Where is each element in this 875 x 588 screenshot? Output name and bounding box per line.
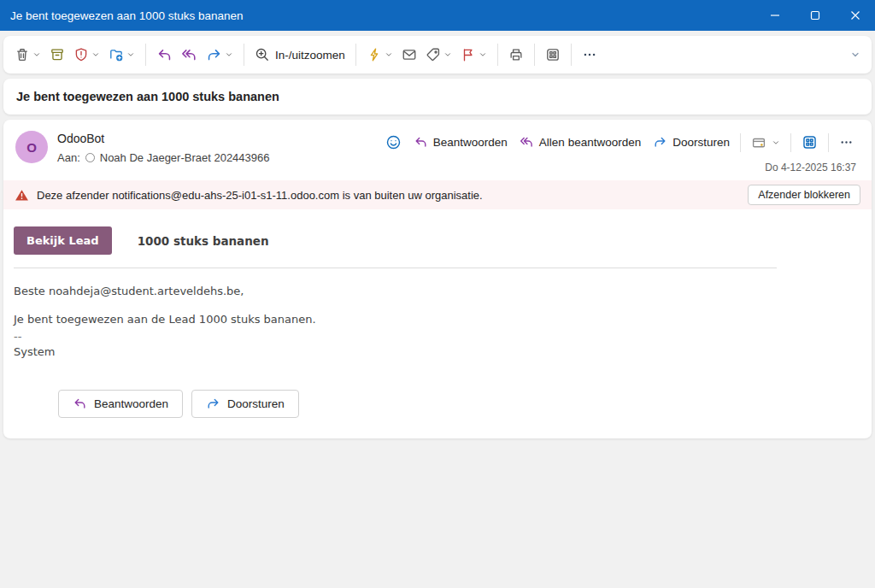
trash-icon <box>15 47 30 62</box>
toolbar-overflow-button[interactable] <box>846 40 865 69</box>
close-icon <box>850 10 860 21</box>
forward-message-button[interactable]: Doorsturen <box>647 132 736 153</box>
apps-button[interactable] <box>541 40 565 69</box>
forward-icon <box>206 47 222 63</box>
message-card: O OdooBot Aan: Noah De Jaeger-Braet 2024… <box>3 120 872 438</box>
zoom-button-label: In-/uitzoomen <box>275 49 345 62</box>
more-message-options-button[interactable] <box>833 132 860 153</box>
window-titlebar: Je bent toegewezen aan 1000 stuks banane… <box>0 0 875 31</box>
subject-text: Je bent toegewezen aan 1000 stuks banane… <box>16 90 279 103</box>
recipient-line: Aan: Noah De Jaeger-Braet 202443966 <box>57 151 379 164</box>
toolbar-separator <box>571 44 572 66</box>
delete-button[interactable] <box>10 40 45 69</box>
reactions-button[interactable] <box>379 131 408 154</box>
mail-toolbar: In-/uitzoomen <box>3 36 872 74</box>
mark-unread-button[interactable] <box>397 40 421 69</box>
header-separator <box>828 133 829 152</box>
recipient-name[interactable]: Noah De Jaeger-Braet 202443966 <box>100 151 270 164</box>
to-label: Aan: <box>57 151 80 164</box>
greeting-text: Beste noahdeja@student.arteveldehs.be, <box>14 285 861 298</box>
header-separator <box>740 133 741 152</box>
report-button[interactable] <box>69 40 104 69</box>
signature-text: System <box>14 345 861 359</box>
quick-reply-row: Beantwoorden Doorsturen <box>58 390 861 418</box>
maximize-icon <box>810 10 820 21</box>
signature-separator: -- <box>14 330 861 344</box>
toolbar-separator <box>244 44 244 66</box>
chevron-down-icon <box>225 50 233 59</box>
minimize-button[interactable] <box>755 0 795 31</box>
reply-label: Beantwoorden <box>433 136 508 149</box>
reply-button[interactable] <box>152 40 177 69</box>
avatar-initial: O <box>26 140 37 155</box>
quick-forward-label: Doorsturen <box>227 397 285 410</box>
chevron-down-icon <box>91 50 100 59</box>
close-button[interactable] <box>835 0 875 31</box>
quick-steps-button[interactable] <box>362 40 397 69</box>
view-lead-button[interactable]: Bekijk Lead <box>14 226 112 255</box>
reply-all-message-button[interactable]: Allen beantwoorden <box>514 132 647 153</box>
reply-icon <box>73 397 87 411</box>
warning-text: Deze afzender notifications@edu-ahs-25-i… <box>37 189 740 202</box>
tag-icon <box>426 47 441 62</box>
reading-pane-button[interactable] <box>745 132 786 154</box>
print-button[interactable] <box>504 40 528 69</box>
presence-circle-icon <box>85 153 95 162</box>
sender-block: OdooBot Aan: Noah De Jaeger-Braet 202443… <box>57 131 379 173</box>
zoom-button[interactable]: In-/uitzoomen <box>250 40 349 69</box>
block-sender-button[interactable]: Afzender blokkeren <box>748 185 860 205</box>
forward-icon <box>206 397 220 411</box>
archive-button[interactable] <box>45 40 69 69</box>
toolbar-separator <box>534 44 535 66</box>
ellipsis-icon <box>839 135 854 150</box>
reply-icon <box>414 135 428 150</box>
subject-bar: Je bent toegewezen aan 1000 stuks banane… <box>3 79 872 115</box>
header-separator <box>790 133 791 152</box>
chevron-down-icon <box>126 50 135 59</box>
body-text: Je bent toegewezen aan de Lead 1000 stuk… <box>14 313 861 326</box>
toolbar-separator <box>355 44 356 66</box>
message-date: Do 4-12-2025 16:37 <box>765 162 860 173</box>
flag-button[interactable] <box>456 40 491 69</box>
apps-grid-icon <box>802 134 818 150</box>
external-sender-banner: Deze afzender notifications@edu-ahs-25-i… <box>3 180 872 209</box>
forward-button[interactable] <box>202 40 238 69</box>
toolbar-separator <box>145 44 146 66</box>
reply-all-icon <box>520 135 534 150</box>
chevron-down-icon <box>850 50 860 60</box>
reply-all-button[interactable] <box>177 40 202 69</box>
categorize-button[interactable] <box>421 40 456 69</box>
message-actions: Beantwoorden Allen beantwoorden Doorstur… <box>379 131 860 154</box>
reply-message-button[interactable]: Beantwoorden <box>408 132 514 153</box>
smiley-icon <box>385 134 402 150</box>
forward-icon <box>653 135 667 150</box>
quick-forward-button[interactable]: Doorsturen <box>191 390 299 418</box>
window-controls <box>755 0 875 31</box>
maximize-button[interactable] <box>795 0 835 31</box>
reading-pane-icon <box>751 135 766 150</box>
reply-all-label: Allen beantwoorden <box>539 136 641 149</box>
apps-message-button[interactable] <box>796 131 824 154</box>
chevron-down-icon <box>32 50 41 59</box>
lead-row: Bekijk Lead 1000 stuks bananen <box>14 226 861 255</box>
envelope-icon <box>402 47 417 62</box>
quick-reply-button[interactable]: Beantwoorden <box>58 390 183 418</box>
apps-grid-icon <box>545 47 561 62</box>
minimize-icon <box>770 10 780 21</box>
chevron-down-icon <box>479 50 487 59</box>
move-to-folder-button[interactable] <box>104 40 139 69</box>
chevron-down-icon <box>385 50 393 59</box>
flag-icon <box>461 47 476 62</box>
folder-move-icon <box>109 47 124 62</box>
header-right: Beantwoorden Allen beantwoorden Doorstur… <box>379 131 860 173</box>
reply-icon <box>156 47 173 63</box>
more-options-button[interactable] <box>578 40 602 69</box>
message-header: O OdooBot Aan: Noah De Jaeger-Braet 2024… <box>3 120 872 180</box>
lead-title: 1000 stuks bananen <box>138 234 269 248</box>
message-body: Bekijk Lead 1000 stuks bananen Beste noa… <box>3 209 872 418</box>
shield-warning-icon <box>73 47 89 62</box>
reply-all-icon <box>181 47 197 63</box>
sender-avatar[interactable]: O <box>15 131 48 163</box>
body-divider <box>14 268 777 268</box>
sender-name[interactable]: OdooBot <box>57 132 379 145</box>
